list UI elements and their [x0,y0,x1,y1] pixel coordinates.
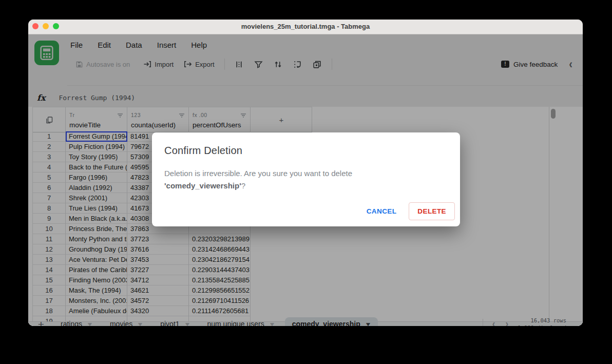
app-content: FileEditDataInsertHelp Autosave is on [28,34,583,326]
window-title: movielens_25m_tutorial.tmga - Tabmega [28,20,583,34]
dialog-target-name: 'comedy_viewership' [164,181,241,190]
app-window: movielens_25m_tutorial.tmga - Tabmega [28,20,583,326]
dialog-body-suffix: ? [241,181,245,190]
dialog-actions: CANCEL DELETE [360,202,455,220]
titlebar: movielens_25m_tutorial.tmga - Tabmega [28,20,583,34]
dialog-title: Confirm Deletion [164,145,448,157]
delete-button[interactable]: DELETE [409,202,455,220]
dialog-body-line1: Deletion is irreversible. Are you sure y… [164,169,352,178]
cancel-button[interactable]: CANCEL [360,203,403,220]
desktop-background: movielens_25m_tutorial.tmga - Tabmega [0,0,612,364]
confirm-deletion-dialog: Confirm Deletion Deletion is irreversibl… [152,132,460,226]
dialog-body: Deletion is irreversible. Are you sure y… [164,167,448,192]
